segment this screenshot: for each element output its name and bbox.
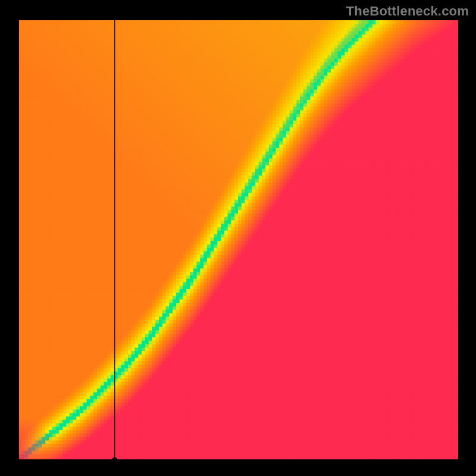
attribution-label: TheBottleneck.com bbox=[346, 4, 469, 19]
page-root: TheBottleneck.com bbox=[0, 0, 476, 476]
heatmap-canvas bbox=[18, 20, 458, 461]
chart-area bbox=[18, 20, 458, 461]
